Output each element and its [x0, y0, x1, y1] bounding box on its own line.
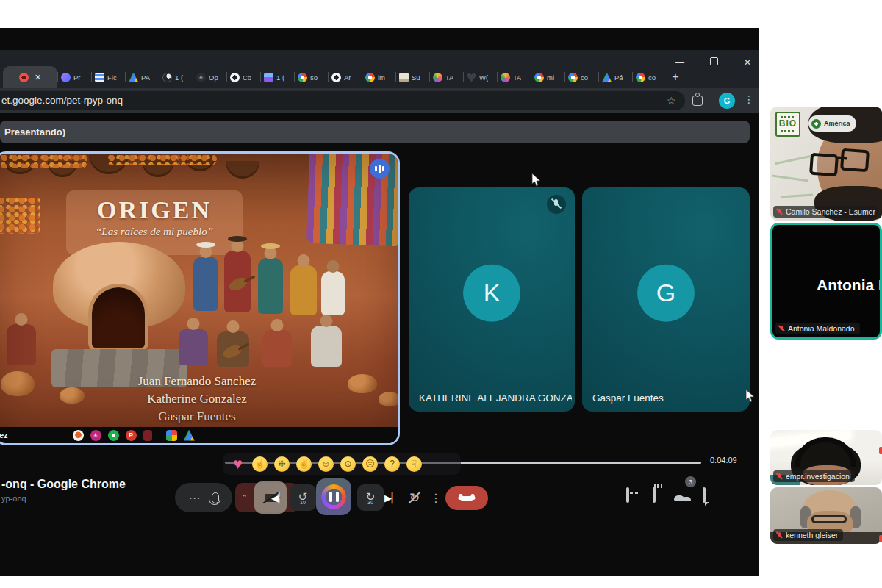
url-text: et.google.com/pet-rpyp-onq — [1, 95, 123, 106]
browser-menu-icon[interactable]: ⋮ — [744, 93, 754, 105]
skip-previous-button[interactable]: ◀▏ — [270, 489, 287, 506]
participant-initial: K — [463, 264, 520, 321]
forward-amount: 30 — [368, 500, 373, 505]
photo-favicon — [399, 73, 409, 82]
browser-tab[interactable]: Co — [226, 66, 260, 88]
tab-label: TA — [445, 74, 453, 82]
minimize-button[interactable]: — — [672, 57, 688, 68]
slide-decor-guitar — [227, 275, 249, 293]
browser-tab[interactable]: W( — [463, 66, 497, 88]
bookmark-star-icon[interactable]: ☆ — [667, 94, 676, 107]
address-bar[interactable]: et.google.com/pet-rpyp-onq — [0, 91, 685, 110]
captions-button[interactable] — [626, 489, 629, 502]
captions-icon — [626, 487, 629, 503]
red-p-dock-icon — [126, 430, 137, 441]
reaction-emoji[interactable]: ✌ — [296, 456, 312, 472]
chrome-toolbar: et.google.com/pet-rpyp-onq ☆ G ⋮ — [0, 88, 759, 113]
tab-label: PA — [141, 74, 150, 82]
maroon-dock-icon — [143, 430, 152, 441]
dark-gear-favicon — [196, 73, 206, 82]
profile-avatar[interactable]: G — [719, 93, 735, 109]
participant-name: Antonia Maldonado — [788, 324, 855, 333]
skip-next-button[interactable]: ▶▏ — [384, 489, 400, 506]
presentation-tile[interactable]: ORIGEN “Las raíces de mi pueblo” — [0, 151, 400, 445]
browser-tab[interactable]: co — [632, 66, 666, 88]
reaction-emoji[interactable]: ♥ — [230, 456, 245, 472]
shield-dock-icon — [73, 430, 84, 441]
google-favicon — [534, 73, 544, 82]
chat-button[interactable] — [703, 489, 706, 502]
browser-tab[interactable]: Fic — [91, 66, 125, 88]
more-vertical-icon[interactable]: ⋮ — [431, 484, 441, 511]
white-ring-favicon — [230, 73, 240, 82]
participant-tile-gaspar[interactable]: G Gaspar Fuentes — [582, 187, 750, 412]
participant-name: Gaspar Fuentes — [592, 392, 664, 404]
pause-icon — [329, 492, 339, 502]
browser-tab[interactable]: ✕ — [3, 66, 57, 88]
divider-dock-icon — [159, 431, 159, 440]
window-controls: — ✕ — [672, 57, 756, 68]
reaction-emoji[interactable]: ? — [384, 456, 400, 472]
reaction-emoji[interactable]: ☝ — [252, 456, 268, 472]
browser-tab[interactable]: TA — [497, 66, 531, 88]
browser-tab[interactable]: Pá — [598, 66, 632, 88]
tab-label: mi — [547, 74, 554, 82]
reaction-emoji[interactable]: ☺ — [318, 456, 334, 472]
slide-decor-person — [7, 324, 36, 365]
drive-favicon — [129, 73, 138, 82]
filmstrip-tile-kenneth[interactable]: kenneth gleiser — [770, 487, 882, 544]
office-dock-icon — [166, 430, 177, 441]
browser-tab[interactable]: Pr — [57, 66, 91, 88]
browser-tab[interactable]: Ar — [328, 66, 362, 88]
filmstrip-tile-camilo[interactable]: BIO América Camilo Sanchez - Esumer — [770, 107, 882, 220]
reaction-emoji[interactable]: ❉ — [274, 456, 290, 472]
raise-hand-button[interactable] — [653, 489, 656, 502]
browser-tab[interactable]: Su — [395, 66, 429, 88]
browser-tab[interactable]: 1 ( — [159, 66, 193, 88]
purple-circle-favicon — [61, 73, 71, 82]
browser-tab[interactable]: PA — [125, 66, 159, 88]
filmstrip-tile-antonia[interactable]: Antonia Maldonado Antonia Maldonado — [770, 223, 882, 340]
browser-tab[interactable]: co — [564, 66, 598, 88]
blue-lines-favicon — [95, 73, 104, 82]
tab-close-icon[interactable]: ✕ — [35, 73, 41, 82]
mouse-cursor — [531, 173, 541, 187]
phone-icon — [460, 496, 473, 501]
slide-author: Katherine Gonzalez — [0, 390, 398, 408]
browser-tab[interactable]: mi — [531, 66, 564, 88]
participant-tile-katherine[interactable]: K KATHERINE ALEJANDRA GONZA... — [409, 187, 575, 412]
mic-muted-icon — [778, 325, 785, 333]
mic-muted-icon — [547, 195, 566, 214]
new-tab-button[interactable]: + — [666, 66, 685, 88]
dark-globe-favicon — [162, 73, 172, 82]
browser-tab[interactable]: TA — [429, 66, 463, 88]
browser-tab[interactable]: 1 ( — [260, 66, 294, 88]
more-options-icon[interactable]: ⋯ — [189, 491, 201, 505]
chevron-up-icon[interactable]: ⌃ — [241, 493, 248, 503]
browser-tab[interactable]: Op — [193, 66, 226, 88]
slide-decor — [48, 161, 77, 177]
green-dock-icon — [108, 430, 119, 441]
rec-favicon — [19, 73, 29, 82]
tab-label: Ar — [344, 74, 351, 82]
reaction-emoji[interactable]: ☟ — [406, 456, 422, 472]
filmstrip-tile-empr[interactable]: empr.investigacion — [770, 430, 882, 485]
forward-30-button[interactable]: ↻ 30 — [357, 484, 384, 511]
reaction-emoji[interactable]: ☹ — [362, 456, 378, 472]
browser-tab[interactable]: so — [294, 66, 328, 88]
sync-disabled-button[interactable]: ↻ — [401, 484, 428, 511]
end-call-button[interactable] — [445, 486, 488, 510]
bio-logo-text: BIO — [777, 119, 799, 128]
extensions-icon[interactable] — [692, 96, 703, 106]
elapsed-time: 0:04:09 — [710, 456, 737, 465]
pause-button[interactable] — [316, 478, 351, 515]
rewind-10-button[interactable]: ↺ 10 — [290, 484, 316, 511]
maximize-button[interactable] — [706, 57, 722, 68]
pink-star-dock-icon — [90, 430, 101, 441]
browser-tab[interactable]: im — [362, 66, 395, 88]
close-window-button[interactable]: ✕ — [739, 57, 756, 68]
slide-decor — [107, 154, 217, 165]
america-logo: América — [808, 115, 856, 132]
microphone-icon[interactable] — [212, 492, 219, 503]
reaction-emoji[interactable]: ⊙ — [340, 456, 356, 472]
